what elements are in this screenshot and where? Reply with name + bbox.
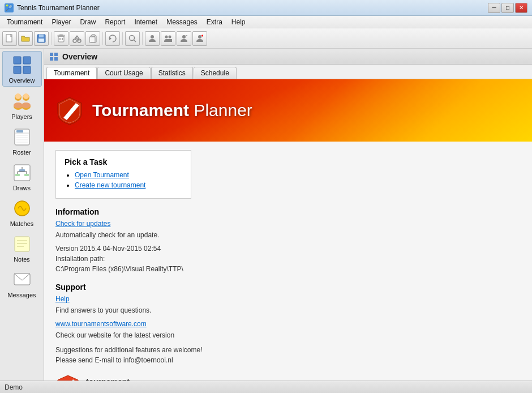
information-section: Information Check for updates Automatica… — [55, 207, 225, 274]
menu-help[interactable]: Help — [227, 17, 250, 27]
svg-point-22 — [169, 35, 171, 38]
install-label: Installation path: — [55, 254, 225, 264]
sidebar-item-matches[interactable]: Matches — [2, 195, 42, 229]
tab-court-usage[interactable]: Court Usage — [97, 67, 150, 79]
paste-button[interactable] — [85, 31, 100, 46]
close-button[interactable]: ✕ — [515, 3, 527, 13]
sidebar-item-players[interactable]: Players — [2, 88, 42, 122]
svg-rect-29 — [23, 57, 31, 64]
player4-button[interactable] — [192, 31, 207, 46]
new-button[interactable] — [2, 31, 17, 46]
menu-report[interactable]: Report — [100, 17, 130, 27]
logo-shield-icon — [55, 374, 80, 381]
window-controls: ─ □ ✕ — [488, 3, 527, 13]
suggestions-text: Suggestions for additional features are … — [55, 345, 225, 365]
svg-point-21 — [165, 35, 168, 38]
svg-point-37 — [23, 93, 29, 99]
sidebar-label-overview: Overview — [9, 77, 35, 84]
svg-rect-42 — [16, 130, 23, 133]
logo-text-top: tournament — [86, 377, 130, 381]
svg-rect-54 — [24, 174, 29, 176]
messages-icon — [12, 270, 32, 290]
menu-tournament[interactable]: Tournament — [2, 17, 47, 27]
content-area: Overview Tournament Court Usage Statisti… — [44, 49, 532, 381]
help-text: Find answers to your questions. — [55, 305, 225, 315]
create-tournament-link[interactable]: Create new tournament — [75, 181, 145, 189]
svg-point-23 — [182, 35, 186, 39]
banner-text: Tournament Planner — [92, 101, 252, 120]
svg-rect-57 — [15, 237, 29, 251]
delete-button[interactable] — [54, 31, 68, 46]
support-heading: Support — [55, 283, 225, 292]
task-list-item-create: Create new tournament — [75, 181, 182, 189]
player3-button[interactable] — [177, 31, 191, 46]
check-updates-link[interactable]: Check for updates — [55, 220, 225, 228]
toolbar — [0, 28, 532, 49]
website-link[interactable]: www.tournamentsoftware.com — [55, 320, 225, 328]
roster-icon — [12, 127, 32, 147]
sidebar-label-roster: Roster — [12, 149, 31, 156]
player2-button[interactable] — [161, 31, 175, 46]
banner-title-normal: Planner — [189, 101, 252, 119]
save-button[interactable] — [34, 31, 49, 46]
sidebar-label-matches: Matches — [10, 220, 34, 227]
menu-internet[interactable]: Internet — [130, 17, 162, 27]
support-section: Support Help Find answers to your questi… — [55, 283, 225, 365]
svg-rect-8 — [59, 35, 63, 36]
task-heading: Pick a Task — [65, 157, 182, 166]
task-list: Open Tournament Create new tournament — [65, 171, 182, 189]
overview-header: Overview — [44, 49, 532, 65]
sidebar-item-overview[interactable]: Overview — [2, 51, 42, 87]
open-button[interactable] — [18, 31, 33, 46]
information-heading: Information — [55, 207, 225, 216]
svg-rect-65 — [54, 57, 58, 61]
sidebar-item-roster[interactable]: Roster — [2, 123, 42, 158]
sidebar-item-messages[interactable]: Messages — [2, 266, 42, 301]
menu-draw[interactable]: Draw — [75, 17, 100, 27]
search-button[interactable] — [125, 31, 140, 46]
undo-button[interactable] — [105, 31, 120, 46]
notes-icon — [12, 234, 32, 254]
open-tournament-link[interactable]: Open Tournament — [75, 171, 129, 179]
svg-rect-64 — [50, 57, 53, 61]
task-list-item-open: Open Tournament — [75, 171, 182, 179]
tab-content: Tournament Planner Pick a Task Open Tour… — [44, 79, 532, 381]
menu-bar: Tournament Player Draw Report Internet M… — [0, 16, 532, 28]
svg-rect-15 — [92, 35, 95, 37]
tab-statistics[interactable]: Statistics — [151, 67, 193, 79]
sidebar-label-players: Players — [11, 113, 32, 120]
website-text: Check our website for the latest version — [55, 330, 225, 340]
toolbar-separator-4 — [142, 32, 143, 45]
svg-rect-63 — [54, 53, 58, 56]
sidebar-item-draws[interactable]: Draws — [2, 159, 42, 194]
svg-rect-3 — [38, 39, 44, 42]
window-title: Tennis Tournament Planner — [17, 4, 488, 12]
cut-button[interactable] — [70, 31, 84, 46]
menu-player[interactable]: Player — [47, 17, 75, 27]
menu-messages[interactable]: Messages — [162, 17, 202, 27]
tabs-bar: Tournament Court Usage Statistics Schedu… — [44, 65, 532, 79]
tab-tournament[interactable]: Tournament — [46, 67, 97, 79]
svg-point-36 — [15, 93, 21, 99]
sidebar-item-notes[interactable]: Notes — [2, 230, 42, 265]
menu-extra[interactable]: Extra — [202, 17, 227, 27]
scroll-area[interactable]: Tournament Planner Pick a Task Open Tour… — [44, 79, 532, 381]
help-link[interactable]: Help — [55, 295, 225, 303]
tab-schedule[interactable]: Schedule — [194, 67, 237, 79]
install-path: C:\Program Files (x86)\Visual Reality\TT… — [55, 264, 225, 274]
matches-icon — [12, 198, 32, 219]
svg-rect-30 — [14, 66, 21, 74]
svg-line-19 — [134, 40, 136, 42]
overview-icon — [12, 55, 32, 75]
svg-rect-53 — [15, 174, 20, 176]
svg-point-25 — [198, 35, 201, 39]
svg-rect-16 — [89, 37, 95, 42]
svg-point-20 — [151, 35, 154, 39]
status-bar: Demo — [0, 381, 532, 393]
svg-marker-17 — [109, 37, 111, 40]
player1-button[interactable] — [145, 31, 160, 46]
maximize-button[interactable]: □ — [501, 3, 514, 13]
minimize-button[interactable]: ─ — [488, 3, 500, 13]
status-text: Demo — [5, 383, 23, 391]
svg-point-18 — [130, 35, 135, 40]
